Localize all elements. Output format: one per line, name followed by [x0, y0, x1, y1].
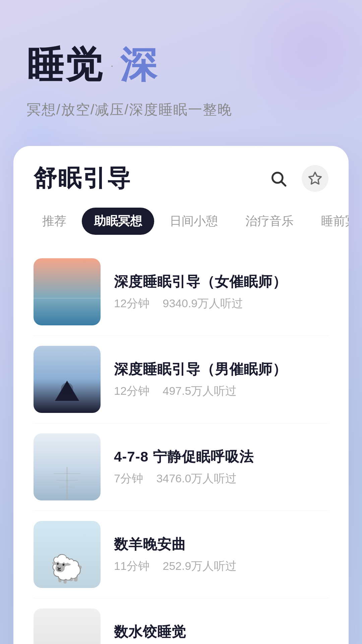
item-title-1: 深度睡眠引导（女催眠师）: [114, 272, 328, 291]
list-item[interactable]: 深度睡眠引导（男催眠师） 12分钟 497.5万人听过: [13, 336, 349, 423]
item-meta-2: 12分钟 497.5万人听过: [114, 383, 328, 399]
item-listeners-1: 9340.9万人听过: [163, 297, 243, 310]
item-meta-4: 11分钟 252.9万人听过: [114, 558, 328, 574]
title-dot: ·: [111, 60, 113, 71]
list-item[interactable]: 深度睡眠引导（女催眠师） 12分钟 9340.9万人听过: [13, 248, 349, 335]
sheep-icon: 🐑: [34, 553, 101, 585]
item-title-3: 4-7-8 宁静促眠呼吸法: [114, 447, 328, 466]
item-thumbnail-3: [34, 433, 101, 500]
header-title: 睡觉 · 深: [27, 40, 335, 90]
item-title-2: 深度睡眠引导（男催眠师）: [114, 360, 328, 379]
item-title-5: 数水饺睡觉: [114, 623, 328, 641]
item-meta-3: 7分钟 3476.0万人听过: [114, 471, 328, 486]
tab-day-rest[interactable]: 日间小憩: [158, 208, 230, 235]
item-info-2: 深度睡眠引导（男催眠师） 12分钟 497.5万人听过: [114, 360, 328, 399]
svg-point-3: [61, 383, 73, 395]
item-duration-4: 11分钟: [114, 559, 149, 572]
title-black: 睡觉: [27, 40, 104, 90]
card-icons: [265, 165, 328, 192]
item-listeners-4: 252.9万人听过: [163, 559, 237, 572]
tabs-container: 推荐 助眠冥想 日间小憩 治疗音乐 睡前冥想: [13, 208, 349, 248]
item-duration-1: 12分钟: [114, 297, 149, 310]
tab-sleep-meditation[interactable]: 助眠冥想: [82, 208, 154, 235]
item-thumbnail-5: [34, 608, 101, 644]
card-header: 舒眠引导: [13, 163, 349, 208]
item-thumbnail-4: 🐑: [34, 521, 101, 588]
header-subtitle: 冥想/放空/减压/深度睡眠一整晚: [27, 100, 335, 119]
main-card: 舒眠引导 推荐 助眠冥想 日间小憩 治疗音乐 睡前冥想: [13, 146, 349, 644]
tab-recommend[interactable]: 推荐: [30, 208, 78, 235]
svg-line-1: [282, 182, 286, 186]
item-thumbnail-1: [34, 258, 101, 325]
item-info-3: 4-7-8 宁静促眠呼吸法 7分钟 3476.0万人听过: [114, 447, 328, 486]
item-info-1: 深度睡眠引导（女催眠师） 12分钟 9340.9万人听过: [114, 272, 328, 311]
list-item[interactable]: 4-7-8 宁静促眠呼吸法 7分钟 3476.0万人听过: [13, 423, 349, 511]
title-blue: 深: [120, 40, 159, 90]
list-item[interactable]: 🐑 数羊晚安曲 11分钟 252.9万人听过: [13, 511, 349, 598]
notification-button[interactable]: [302, 165, 328, 192]
search-button[interactable]: [265, 165, 292, 192]
tab-bedtime-meditation[interactable]: 睡前冥想: [309, 208, 349, 235]
item-info-4: 数羊晚安曲 11分钟 252.9万人听过: [114, 535, 328, 574]
item-listeners-2: 497.5万人听过: [163, 384, 237, 397]
card-title: 舒眠引导: [34, 163, 131, 194]
item-meta-1: 12分钟 9340.9万人听过: [114, 296, 328, 311]
bowl-icon: [44, 641, 90, 644]
list-item[interactable]: 数水饺睡觉 14分钟 575.7万人听过: [13, 598, 349, 644]
item-listeners-3: 3476.0万人听过: [156, 472, 237, 485]
item-thumbnail-2: [34, 346, 101, 413]
item-info-5: 数水饺睡觉 14分钟 575.7万人听过: [114, 623, 328, 644]
tab-therapy-music[interactable]: 治疗音乐: [233, 208, 306, 235]
item-duration-3: 7分钟: [114, 472, 143, 485]
item-title-4: 数羊晚安曲: [114, 535, 328, 554]
item-duration-2: 12分钟: [114, 384, 149, 397]
header-area: 睡觉 · 深 冥想/放空/减压/深度睡眠一整晚: [0, 0, 362, 146]
